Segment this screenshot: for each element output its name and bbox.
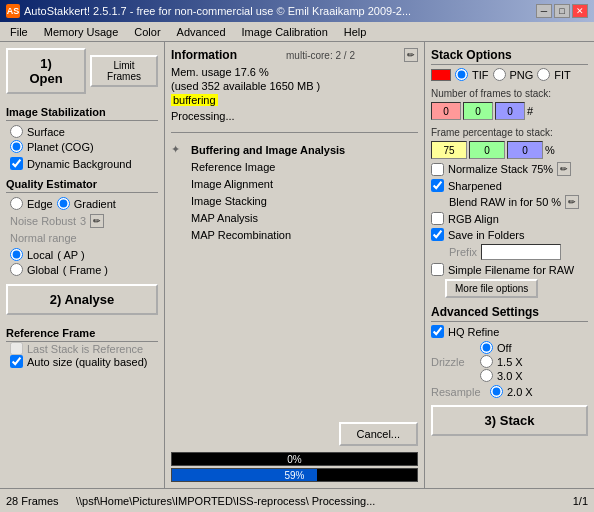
steps-list: ✦ Buffering and Image Analysis Reference…	[171, 143, 418, 242]
status-page: 1/1	[558, 495, 588, 507]
simple-filename-checkbox[interactable]	[431, 263, 444, 276]
stack-button[interactable]: 3) Stack	[431, 405, 588, 436]
frames-input-blue[interactable]	[495, 102, 525, 120]
pct-input-blue[interactable]	[507, 141, 543, 159]
noise-edit-icon[interactable]: ✏	[90, 214, 104, 228]
reference-frame-title: Reference Frame	[6, 327, 158, 342]
drizzle-30-radio[interactable]	[480, 369, 493, 382]
radio-surface-input[interactable]	[10, 125, 23, 138]
limit-frames-button[interactable]: Limit Frames	[90, 55, 158, 87]
resample-row: Resample 2.0 X	[431, 385, 588, 398]
dynamic-background-checkbox[interactable]	[10, 157, 23, 170]
more-file-options-button[interactable]: More file options	[445, 279, 538, 298]
normalize-stack-checkbox[interactable]	[431, 163, 444, 176]
frames-input-green[interactable]	[463, 102, 493, 120]
blend-raw-row: Blend RAW in for 50 % ✏	[431, 195, 588, 209]
radio-local-value: ( AP )	[57, 249, 84, 261]
step-stacking-label: Image Stacking	[191, 195, 267, 207]
hq-refine-label: HQ Refine	[448, 326, 499, 338]
radio-gradient-input[interactable]	[57, 197, 70, 210]
pct-inputs: %	[431, 141, 588, 159]
auto-size-label: Auto size (quality based)	[27, 356, 147, 368]
prefix-label: Prefix	[431, 246, 477, 258]
prefix-input[interactable]	[481, 244, 561, 260]
step-buffering-label: Buffering and Image Analysis	[191, 144, 345, 156]
image-stabilization-title: Image Stabilization	[6, 106, 158, 121]
pct-input-green[interactable]	[469, 141, 505, 159]
menu-advanced[interactable]: Advanced	[171, 25, 232, 39]
hq-refine-checkbox[interactable]	[431, 325, 444, 338]
info-edit-icon[interactable]: ✏	[404, 48, 418, 62]
step-buffering-icon: ✦	[171, 143, 185, 157]
info-header: Information multi-core: 2 / 2 ✏	[171, 48, 418, 62]
noise-robust-label: Noise Robust	[10, 215, 76, 227]
radio-fit[interactable]	[537, 68, 550, 81]
radio-planet: Planet (COG)	[10, 140, 158, 153]
resample-value: 2.0 X	[507, 386, 533, 398]
radio-tif-label: TIF	[472, 69, 489, 81]
cancel-button[interactable]: Cancel...	[339, 422, 418, 446]
radio-local-row: Local ( AP )	[10, 248, 158, 261]
menu-bar: File Memory Usage Color Advanced Image C…	[0, 22, 594, 42]
drizzle-30-row: 3.0 X	[480, 369, 523, 382]
drizzle-off-radio[interactable]	[480, 341, 493, 354]
save-in-folders-row: Save in Folders	[431, 228, 588, 241]
frames-inputs: #	[431, 102, 588, 120]
stack-options-title: Stack Options	[431, 48, 588, 65]
auto-size-checkbox[interactable]	[10, 355, 23, 368]
radio-surface: Surface	[10, 125, 158, 138]
step-map-recombination-icon	[171, 228, 185, 242]
pct-input-yellow[interactable]	[431, 141, 467, 159]
menu-image-calibration[interactable]: Image Calibration	[236, 25, 334, 39]
menu-file[interactable]: File	[4, 25, 34, 39]
middle-divider	[171, 132, 418, 133]
step-map-analysis-label: MAP Analysis	[191, 212, 258, 224]
radio-png[interactable]	[493, 68, 506, 81]
pct-suffix: %	[545, 144, 555, 156]
step-alignment-icon	[171, 177, 185, 191]
noise-robust-value: 3	[80, 215, 86, 227]
drizzle-15-radio[interactable]	[480, 355, 493, 368]
blend-edit-icon[interactable]: ✏	[565, 195, 579, 209]
status-path: \\psf\Home\Pictures\IMPORTED\ISS-reproce…	[76, 495, 548, 507]
radio-edge-input[interactable]	[10, 197, 23, 210]
radio-tif[interactable]	[455, 68, 468, 81]
last-stack-label: Last Stack is Reference	[27, 343, 143, 355]
radio-local-label: Local	[27, 249, 53, 261]
blend-raw-label: Blend RAW in for 50 %	[431, 196, 561, 208]
resample-20-radio[interactable]	[490, 385, 503, 398]
status-frames: 28 Frames	[6, 495, 66, 507]
menu-help[interactable]: Help	[338, 25, 373, 39]
title-bar: AS AutoStakkert! 2.5.1.7 - free for non-…	[0, 0, 594, 22]
noise-robust-row: Noise Robust 3 ✏	[6, 214, 158, 228]
normalize-edit-icon[interactable]: ✏	[557, 162, 571, 176]
save-in-folders-checkbox[interactable]	[431, 228, 444, 241]
status-bar: 28 Frames \\psf\Home\Pictures\IMPORTED\I…	[0, 488, 594, 512]
menu-color[interactable]: Color	[128, 25, 166, 39]
open-button[interactable]: 1) Open	[6, 48, 86, 94]
step-map-recombination-label: MAP Recombination	[191, 229, 291, 241]
sharpened-checkbox[interactable]	[431, 179, 444, 192]
title-text: AutoStakkert! 2.5.1.7 - free for non-com…	[24, 5, 411, 17]
radio-edge-label: Edge	[27, 198, 53, 210]
step-reference-label: Reference Image	[191, 161, 275, 173]
radio-local-input[interactable]	[10, 248, 23, 261]
menu-memory-usage[interactable]: Memory Usage	[38, 25, 125, 39]
rgb-align-checkbox[interactable]	[431, 212, 444, 225]
radio-png-label: PNG	[510, 69, 534, 81]
app-icon: AS	[6, 4, 20, 18]
maximize-button[interactable]: □	[554, 4, 570, 18]
right-panel: Stack Options TIF PNG FIT Number of fram…	[424, 42, 594, 488]
analyse-button[interactable]: 2) Analyse	[6, 284, 158, 315]
normalize-stack-row: Normalize Stack 75% ✏	[431, 162, 588, 176]
drizzle-off-row: Off	[480, 341, 523, 354]
close-button[interactable]: ✕	[572, 4, 588, 18]
radio-planet-input[interactable]	[10, 140, 23, 153]
drizzle-row: Drizzle Off 1.5 X 3.0 X	[431, 341, 588, 382]
radio-global-input[interactable]	[10, 263, 23, 276]
drizzle-15-label: 1.5 X	[497, 356, 523, 368]
minimize-button[interactable]: ─	[536, 4, 552, 18]
normal-range-label: Normal range	[6, 232, 158, 244]
percent-label: Frame percentage to stack:	[431, 127, 588, 138]
frames-input-red[interactable]	[431, 102, 461, 120]
